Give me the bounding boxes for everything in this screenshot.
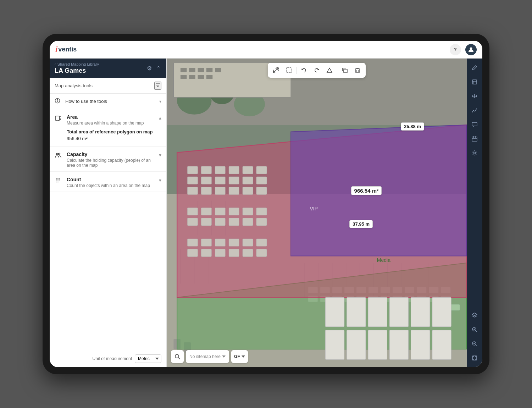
count-tool-name: Count [67, 177, 159, 182]
count-icon [55, 177, 63, 186]
filter-button[interactable] [154, 82, 161, 90]
svg-rect-127 [229, 249, 239, 257]
fit-view-icon [472, 355, 477, 361]
capacity-tool-name: Capacity [67, 151, 159, 157]
search-button[interactable] [171, 350, 184, 363]
sidebar-header: ‹ Shared Mapping Library LA Games ⚙ ⌃ [50, 59, 166, 78]
svg-rect-96 [215, 177, 225, 184]
svg-rect-41 [206, 75, 213, 79]
svg-rect-109 [229, 208, 239, 215]
svg-rect-91 [229, 166, 239, 174]
info-icon [55, 98, 62, 105]
capacity-tool-info: Capacity Calculate the holding capacity … [67, 151, 159, 168]
svg-rect-94 [187, 177, 198, 184]
svg-rect-104 [243, 187, 253, 194]
fit-view-button[interactable] [468, 352, 481, 364]
svg-rect-140 [411, 330, 430, 360]
sidebar: ‹ Shared Mapping Library LA Games ⚙ ⌃ Ma… [50, 59, 167, 367]
user-button[interactable] [465, 44, 477, 55]
tools-header: Map analysis tools [50, 78, 166, 94]
capacity-icon [55, 152, 63, 160]
svg-rect-117 [256, 218, 267, 226]
zoom-in-icon [472, 327, 477, 332]
map-toolbar [268, 63, 366, 78]
select-tool-button[interactable] [283, 64, 295, 76]
breadcrumb-text[interactable]: Shared Mapping Library [57, 62, 99, 66]
svg-rect-88 [187, 166, 198, 174]
svg-rect-102 [215, 187, 225, 194]
resize-icon [472, 93, 477, 99]
svg-line-167 [476, 345, 477, 346]
collapse-button[interactable]: ⌃ [155, 64, 161, 72]
svg-line-151 [178, 358, 180, 359]
svg-rect-103 [229, 187, 239, 194]
area-tool-section: Area Measure area within a shape on the … [50, 109, 166, 147]
settings-button[interactable]: ⚙ [146, 64, 153, 72]
user-icon [468, 47, 474, 53]
undo-button[interactable] [298, 64, 310, 76]
layers-icon [472, 313, 477, 318]
comment-icon [472, 122, 477, 127]
count-chevron-down-icon: ▾ [159, 177, 161, 183]
svg-rect-37 [215, 68, 221, 72]
unit-label: Unit of measurement [93, 356, 132, 361]
area-tool-content: Total area of reference polygon on map 9… [50, 129, 166, 146]
chart-button[interactable] [468, 104, 481, 117]
help-button[interactable]: ? [450, 44, 461, 55]
sidebar-header-actions: ⚙ ⌃ [146, 64, 161, 72]
comment-button[interactable] [468, 118, 481, 131]
top-bar-actions: ? [450, 44, 477, 55]
area-tool-header[interactable]: Area Measure area within a shape on the … [50, 109, 166, 129]
map-label-37m: 37.95 m [349, 220, 373, 228]
toolbar-divider [296, 67, 297, 74]
svg-rect-90 [215, 166, 225, 174]
zoom-out-button[interactable] [468, 337, 481, 350]
clip-tool-button[interactable] [270, 64, 282, 76]
redo-button[interactable] [311, 64, 323, 76]
svg-point-150 [175, 354, 179, 358]
svg-rect-121 [229, 239, 239, 246]
triangle-icon [326, 67, 333, 73]
svg-rect-112 [187, 218, 198, 226]
delete-button[interactable] [351, 64, 364, 76]
svg-rect-110 [243, 208, 253, 215]
count-tool-info: Count Count the objects within an area o… [67, 177, 159, 188]
svg-rect-99 [256, 177, 267, 184]
svg-rect-131 [347, 297, 366, 327]
map-bottom-bar: No sitemap here GF [171, 350, 248, 363]
filter-icon [155, 82, 161, 88]
how-to-use-label: How to use the tools [65, 99, 159, 104]
floor-dropdown[interactable]: GF [231, 350, 248, 363]
sitemap-chevron-icon [222, 355, 226, 358]
chevron-down-icon: ▾ [159, 99, 161, 104]
sitemap-dropdown[interactable]: No sitemap here [186, 350, 229, 363]
calendar-button[interactable] [468, 132, 481, 145]
capacity-tool-header[interactable]: Capacity Calculate the holding capacity … [50, 147, 166, 171]
main-content: ‹ Shared Mapping Library LA Games ⚙ ⌃ Ma… [50, 59, 482, 367]
map-area[interactable]: 25.88 m 966.54 m² 37.95 m VIP Media No s… [167, 59, 467, 367]
svg-rect-126 [215, 249, 225, 257]
count-tool-header[interactable]: Count Count the objects within an area o… [50, 172, 166, 192]
svg-rect-152 [472, 80, 477, 84]
svg-rect-132 [368, 297, 387, 327]
clip-icon [273, 67, 279, 73]
how-to-use-row[interactable]: How to use the tools ▾ [50, 94, 166, 109]
logo-icon: i [55, 45, 57, 54]
svg-rect-101 [201, 187, 211, 194]
vip-label: VIP [310, 206, 318, 211]
svg-rect-155 [472, 122, 477, 126]
svg-point-6 [57, 99, 58, 100]
svg-rect-130 [325, 297, 344, 327]
layers-button[interactable] [468, 309, 481, 322]
expand-button[interactable] [468, 76, 481, 88]
unit-select[interactable]: Metric Imperial [135, 354, 161, 363]
area-chevron-up-icon: ▴ [159, 115, 161, 121]
zoom-in-button[interactable] [468, 323, 481, 336]
triangle-button[interactable] [323, 64, 336, 76]
capacity-tool-section: Capacity Calculate the holding capacity … [50, 147, 166, 172]
edit-button[interactable] [468, 61, 481, 74]
copy-button[interactable] [339, 64, 351, 76]
settings-right-button[interactable] [468, 147, 481, 159]
svg-rect-120 [215, 239, 225, 246]
resize-button[interactable] [468, 90, 481, 103]
